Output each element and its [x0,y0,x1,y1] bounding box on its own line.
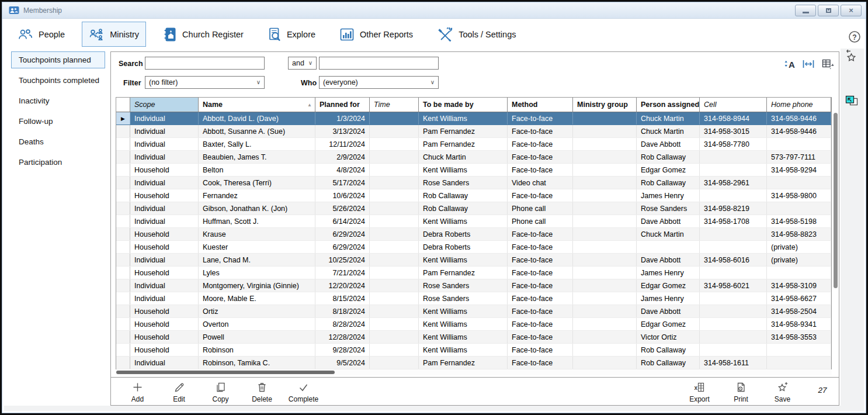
grid-cell[interactable]: Rob Callaway [637,344,700,356]
grid-cell[interactable] [573,151,637,163]
grid-cell[interactable]: Video chat [508,177,573,189]
grid-cell[interactable] [370,292,419,305]
grid-cell[interactable]: 314-958-9294 [767,164,831,176]
grid-cell[interactable] [370,254,419,266]
grid-cell[interactable]: 314-958-6021 [700,279,767,292]
grid-cell[interactable]: Rose Sanders [419,279,508,292]
complete-button[interactable]: Complete [283,381,324,403]
table-row[interactable]: HouseholdKuester6/29/2024Debra RobertsFa… [116,241,831,254]
filter-dropdown[interactable]: (no filter) ∨ [145,76,265,89]
grid-cell[interactable]: Chuck Martin [637,112,700,124]
grid-cell[interactable]: Dave Abbott [637,254,700,266]
grid-cell[interactable]: 8/18/2024 [315,305,370,317]
grid-cell[interactable] [370,189,419,202]
table-row[interactable]: IndividualLane, Chad M.10/25/2024Kent Wi… [116,254,831,267]
grid-cell[interactable] [767,138,831,150]
grid-cell[interactable]: Face-to-face [508,112,573,124]
grid-cell[interactable]: Individual [130,151,199,163]
grid-cell[interactable]: 10/6/2024 [315,189,370,202]
grid-cell[interactable]: Kuester [199,241,315,253]
grid-cell[interactable]: Overton [199,318,315,330]
grid-cell[interactable] [767,267,831,279]
grid-cell[interactable]: Cook, Theresa (Terri) [199,177,315,189]
grid-cell[interactable] [370,318,419,330]
table-row[interactable]: IndividualBeaubien, James T.2/9/2024Chuc… [116,151,831,164]
table-row[interactable]: IndividualMontgomery, Virginia (Ginnie)1… [116,279,831,292]
grid-cell[interactable]: Face-to-face [508,164,573,176]
grid-cell[interactable]: Chuck Martin [419,151,508,163]
grid-cell[interactable]: Rose Sanders [419,177,508,189]
grid-cell[interactable] [573,331,637,343]
grid-cell[interactable]: Rose Sanders [637,202,700,215]
grid-cell[interactable] [370,177,419,189]
grid-cell[interactable]: Kent Williams [419,112,508,124]
grid-cell[interactable]: Face-to-face [508,241,573,253]
add-button[interactable]: Add [117,381,158,403]
grid-cell[interactable]: 314-958-8219 [700,202,767,215]
grid-cell[interactable]: 314-958-9341 [767,318,831,330]
grid-cell[interactable]: 314-958-8944 [700,112,767,124]
grid-cell[interactable]: Kent Williams [419,164,508,176]
grid-cell[interactable] [700,241,767,253]
table-row[interactable]: IndividualMoore, Mable E.8/15/2024Rose S… [116,292,831,305]
grid-cell[interactable]: Phone call [508,215,573,227]
search-input[interactable] [145,57,265,70]
table-row[interactable]: HouseholdBelton4/8/2024Kent WilliamsFace… [116,164,831,177]
grid-cell[interactable]: Rob Callaway [637,357,700,369]
grid-cell[interactable]: Kent Williams [419,344,508,356]
grid-cell[interactable] [700,164,767,176]
grid-cell[interactable]: Rob Callaway [419,189,508,202]
table-row[interactable]: IndividualBaxter, Sally L.12/11/2024Pam … [116,138,831,151]
grid-cell[interactable]: Face-to-face [508,318,573,330]
grid-cell[interactable] [767,344,831,356]
column-header-to-be-made-by[interactable]: To be made by [419,98,508,112]
table-row[interactable]: IndividualAbbott, Susanne A. (Sue)3/13/2… [116,125,831,138]
grid-cell[interactable]: Face-to-face [508,228,573,240]
grid-cell[interactable]: Individual [130,215,199,227]
grid-cell[interactable]: Kent Williams [419,331,508,343]
grid-cell[interactable] [573,292,637,305]
grid-cell[interactable]: Household [130,344,199,356]
grid-cell[interactable] [573,112,637,124]
grid-cell[interactable]: Lane, Chad M. [199,254,315,266]
search-operator-dropdown[interactable]: and ∨ [288,57,317,70]
grid-cell[interactable] [573,305,637,317]
grid-cell[interactable]: Kent Williams [419,305,508,317]
grid-cell[interactable] [700,318,767,330]
column-header-home-phone[interactable]: Home phone [767,98,831,112]
grid-cell[interactable]: Robinson, Tamika C. [199,357,315,369]
grid-cell[interactable]: Dave Abbott [637,305,700,317]
close-button[interactable]: × [841,5,862,16]
grid-cell[interactable]: Montgomery, Virginia (Ginnie) [199,279,315,292]
grid-cell[interactable]: 7/21/2024 [315,267,370,279]
sidebar-item-touchpoints-completed[interactable]: Touchpoints completed [11,72,105,89]
sidebar-item-deaths[interactable]: Deaths [11,133,105,150]
grid-cell[interactable]: Rob Callaway [637,151,700,163]
grid-cell[interactable]: Household [130,241,199,253]
grid-cell[interactable] [370,331,419,343]
grid-cell[interactable]: 10/25/2024 [315,254,370,266]
grid-cell[interactable]: Household [130,228,199,240]
column-header-ministry-group[interactable]: Ministry group [573,98,637,112]
grid-cell[interactable]: Chuck Martin [637,125,700,137]
grid-cell[interactable]: Household [130,164,199,176]
grid-cell[interactable]: Household [130,267,199,279]
grid-cell[interactable]: Individual [130,177,199,189]
grid-cell[interactable]: 314-958-8823 [767,228,831,240]
grid-cell[interactable]: 12/20/2024 [315,279,370,292]
grid-cell[interactable]: James Henry [637,292,700,305]
grid-cell[interactable]: Individual [130,202,199,215]
grid-cell[interactable] [573,164,637,176]
grid-cell[interactable] [767,357,831,369]
copy-button[interactable]: Copy [200,381,241,403]
tab-explore[interactable]: Explore [261,22,322,47]
tab-tools-settings[interactable]: Tools / Settings [430,22,523,47]
search-input-2[interactable] [319,57,439,70]
grid-cell[interactable]: Household [130,189,199,202]
grid-cell[interactable]: 314-958-6627 [767,292,831,305]
grid-cell[interactable] [370,202,419,215]
grid-cell[interactable]: Face-to-face [508,254,573,266]
sidebar-item-follow-up[interactable]: Follow-up [11,113,105,130]
grid-options-button[interactable] [822,58,834,69]
grid-cell[interactable] [370,151,419,163]
